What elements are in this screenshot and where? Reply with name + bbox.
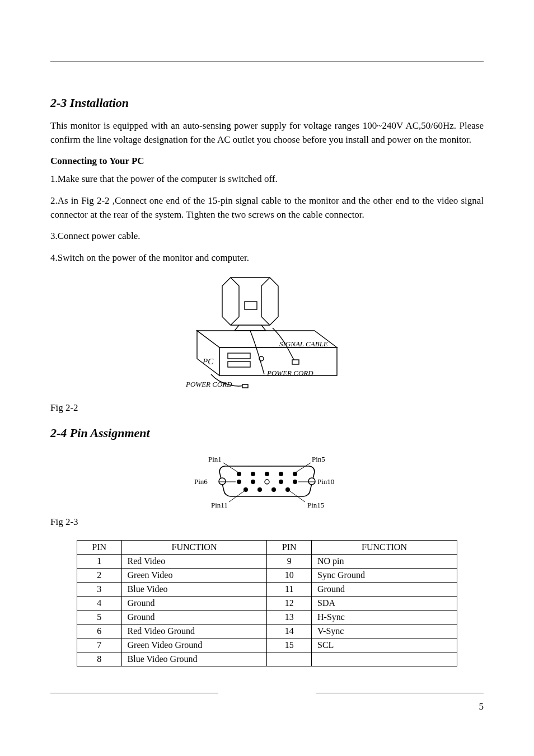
heading-2-3: 2-3 Installation	[50, 96, 484, 110]
page-body: 2-3 Installation This monitor is equippe…	[50, 62, 484, 666]
label-pin1: Pin1	[208, 455, 222, 463]
cell-function	[312, 652, 457, 666]
cell-pin: 5	[77, 611, 122, 624]
label-power-cord-1: POWER CORD	[266, 369, 313, 377]
label-power-cord-2: POWER CORD	[185, 380, 232, 388]
svg-point-26	[265, 480, 269, 484]
svg-point-25	[285, 487, 290, 492]
cell-pin: 10	[267, 569, 312, 583]
footer-rule-right	[316, 693, 484, 693]
cell-pin: 6	[77, 624, 122, 638]
table-row: 1Red Video9NO pin	[77, 555, 457, 569]
table-row: 3Blue Video11Ground	[77, 583, 457, 597]
svg-point-14	[251, 472, 255, 476]
svg-point-19	[251, 480, 255, 484]
cell-pin: 11	[267, 583, 312, 597]
footer-rule-left	[50, 693, 218, 693]
monitor-pc-diagram-icon: SIGNAL CABLE PC POWER CORD POWER CORD	[177, 275, 357, 398]
dsub15-connector-icon: Pin1 Pin5 Pin6 Pin10 Pin11 Pin15	[183, 450, 351, 512]
cell-function: SCL	[312, 638, 457, 652]
table-row: 7Green Video Ground15SCL	[77, 638, 457, 652]
divider-top	[50, 62, 484, 62]
cell-function: Green Video	[121, 569, 267, 583]
caption-fig-2-2: Fig 2-2	[50, 402, 484, 414]
svg-point-15	[265, 472, 269, 476]
section-installation: 2-3 Installation This monitor is equippe…	[50, 96, 484, 414]
figure-2-2: SIGNAL CABLE PC POWER CORD POWER CORD	[50, 275, 484, 398]
cell-function: H-Sync	[312, 611, 457, 624]
th-func-a: FUNCTION	[121, 541, 267, 555]
section-pin-assignment: 2-4 Pin Assignment	[50, 426, 484, 666]
table-row: 2Green Video10Sync Ground	[77, 569, 457, 583]
th-pin-b: PIN	[267, 541, 312, 555]
svg-point-21	[293, 480, 297, 484]
cell-function: Blue Video	[121, 583, 267, 597]
label-pin6: Pin6	[194, 477, 208, 486]
cell-pin: 2	[77, 569, 122, 583]
label-pin5: Pin5	[312, 455, 325, 463]
page-footer: 5	[50, 693, 484, 712]
cell-function: Red Video Ground	[121, 624, 267, 638]
th-pin-a: PIN	[77, 541, 122, 555]
svg-point-18	[237, 480, 241, 484]
step-4: 4.Switch on the power of the monitor and…	[50, 251, 484, 265]
table-row: 5Ground13H-Sync	[77, 611, 457, 624]
svg-point-23	[257, 487, 262, 492]
table-row: 6Red Video Ground14V-Sync	[77, 624, 457, 638]
svg-marker-10	[242, 384, 248, 388]
step-2: 2.As in Fig 2-2 ,Connect one end of the …	[50, 194, 484, 222]
cell-pin: 8	[77, 652, 122, 666]
svg-point-16	[279, 472, 283, 476]
svg-point-24	[271, 487, 276, 492]
cell-pin: 14	[267, 624, 312, 638]
footer-rules	[50, 693, 484, 693]
svg-point-17	[293, 472, 297, 476]
figure-2-3: Pin1 Pin5 Pin6 Pin10 Pin11 Pin15	[50, 450, 484, 512]
cell-function: Ground	[312, 583, 457, 597]
svg-point-13	[237, 472, 241, 476]
cell-function: SDA	[312, 597, 457, 611]
cell-function: Blue Video Ground	[121, 652, 267, 666]
heading-2-4: 2-4 Pin Assignment	[50, 426, 484, 440]
table-row: 8Blue Video Ground	[77, 652, 457, 666]
cell-pin: 15	[267, 638, 312, 652]
cell-function: V-Sync	[312, 624, 457, 638]
para-voltage: This monitor is equipped with an auto-se…	[50, 119, 484, 147]
svg-rect-7	[228, 361, 250, 367]
svg-point-12	[308, 478, 315, 485]
cell-pin: 13	[267, 611, 312, 624]
th-func-b: FUNCTION	[312, 541, 457, 555]
cell-function: NO pin	[312, 555, 457, 569]
label-pc: PC	[202, 357, 214, 366]
cell-function: Ground	[121, 611, 267, 624]
svg-point-20	[279, 480, 283, 484]
cell-function: Red Video	[121, 555, 267, 569]
svg-rect-9	[292, 360, 299, 364]
cell-pin: 7	[77, 638, 122, 652]
cell-function: Green Video Ground	[121, 638, 267, 652]
svg-point-11	[219, 478, 226, 485]
caption-fig-2-3: Fig 2-3	[50, 516, 484, 528]
table-row: 4Ground12SDA	[77, 597, 457, 611]
cell-pin: 12	[267, 597, 312, 611]
cell-function: Ground	[121, 597, 267, 611]
cell-pin: 4	[77, 597, 122, 611]
page-number: 5	[50, 701, 484, 712]
label-pin10: Pin10	[317, 477, 334, 486]
label-signal-cable: SIGNAL CABLE	[279, 340, 328, 348]
svg-rect-6	[228, 353, 250, 359]
label-pin15: Pin15	[307, 501, 324, 509]
cell-pin: 1	[77, 555, 122, 569]
svg-rect-1	[245, 302, 257, 309]
subheading-connecting: Connecting to Your PC	[50, 156, 484, 167]
label-pin11: Pin11	[211, 501, 228, 509]
table-header-row: PIN FUNCTION PIN FUNCTION	[77, 541, 457, 555]
pin-assignment-table: PIN FUNCTION PIN FUNCTION 1Red Video9NO …	[77, 540, 457, 666]
cell-pin	[267, 652, 312, 666]
cell-pin: 9	[267, 555, 312, 569]
step-3: 3.Connect power cable.	[50, 229, 484, 243]
cell-pin: 3	[77, 583, 122, 597]
step-1: 1.Make sure that the power of the comput…	[50, 172, 484, 186]
svg-marker-2	[235, 325, 266, 331]
cell-function: Sync Ground	[312, 569, 457, 583]
